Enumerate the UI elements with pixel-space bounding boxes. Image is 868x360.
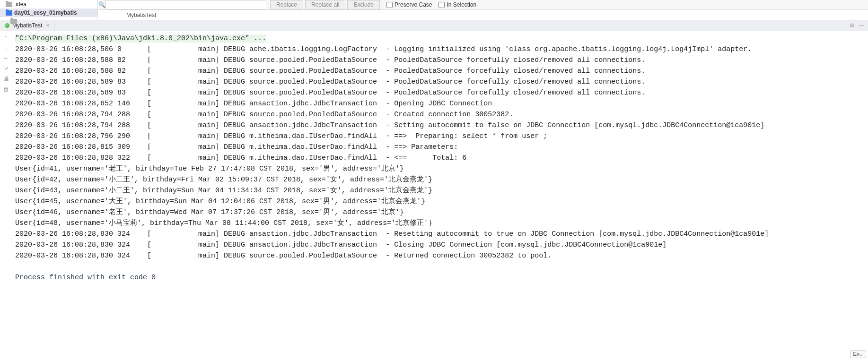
preserve-case-checkbox[interactable]: Preserve Case: [386, 1, 432, 8]
console-line: 2020-03-26 16:08:28,589 83 [ main] DEBUG…: [15, 78, 645, 86]
console-line: User{id=45, username='大王', birthday=Sun …: [15, 197, 425, 206]
breadcrumb[interactable]: MybatisTest: [98, 10, 868, 20]
console-exit-line: Process finished with exit code 0: [15, 274, 156, 282]
console-line: 2020-03-26 16:08:28,828 322 [ main] DEBU…: [15, 154, 466, 162]
console-line: 2020-03-26 16:08:28,794 288 [ main] DEBU…: [15, 121, 764, 129]
down-icon[interactable]: ↓: [2, 43, 10, 52]
console-line: 2020-03-26 16:08:28,830 324 [ main] DEBU…: [15, 230, 769, 238]
close-icon[interactable]: ×: [46, 22, 49, 29]
tree-item-idea[interactable]: .idea: [0, 0, 97, 9]
console-line: 2020-03-26 16:08:28,830 324 [ main] DEBU…: [15, 252, 552, 260]
console-line: User{id=41, username='老王', birthday=Tue …: [15, 165, 404, 173]
folder-icon: [6, 10, 12, 16]
console-line: User{id=43, username='小二王', birthday=Sun…: [15, 187, 432, 195]
gear-icon[interactable]: ⚙: [850, 22, 855, 29]
replace-button[interactable]: Replace: [270, 0, 303, 9]
tree-item-project[interactable]: day01_eesy_01mybatis: [0, 9, 97, 17]
console-line: User{id=48, username='小马宝莉', birthday=Th…: [15, 219, 432, 227]
search-input[interactable]: [105, 0, 266, 9]
clear-icon[interactable]: 🗑: [2, 85, 10, 94]
console-line: 2020-03-26 16:08:28,830 324 [ main] DEBU…: [15, 241, 666, 249]
run-status-icon: [5, 23, 9, 28]
exclude-button[interactable]: Exclude: [347, 0, 380, 9]
in-selection-label: In Selection: [447, 1, 476, 8]
console-command-line: "C:\Program Files (x86)\Java\jdk1.8.0_20…: [15, 34, 266, 43]
console-line: 2020-03-26 16:08:28,588 82 [ main] DEBUG…: [15, 67, 645, 75]
tree-label: .idea: [14, 1, 26, 8]
search-icon: 🔍: [98, 1, 105, 8]
print-icon[interactable]: 🖶: [2, 75, 10, 83]
console-line: 2020-03-26 16:08:28,588 82 [ main] DEBUG…: [15, 56, 645, 64]
console-line: 2020-03-26 16:08:28,796 290 [ main] DEBU…: [15, 132, 552, 140]
in-selection-checkbox[interactable]: In Selection: [438, 1, 476, 8]
minimize-icon[interactable]: —: [859, 22, 864, 29]
console-line: 2020-03-26 16:08:28,652 146 [ main] DEBU…: [15, 100, 492, 108]
replace-all-button[interactable]: Replace all: [305, 0, 345, 9]
folder-icon: [6, 2, 12, 7]
ime-badge[interactable]: En⌵: [850, 350, 866, 358]
breadcrumb-text: MybatisTest: [126, 12, 156, 18]
console-line: 2020-03-26 16:08:28,506 0 [ main] DEBUG …: [15, 45, 752, 53]
preserve-case-input[interactable]: [386, 2, 393, 8]
console-line: 2020-03-26 16:08:28,794 288 [ main] DEBU…: [15, 111, 513, 119]
console-line: 2020-03-26 16:08:28,815 309 [ main] DEBU…: [15, 143, 462, 151]
tree-label: day01_eesy_01mybatis: [14, 9, 77, 16]
console-line: 2020-03-26 16:08:28,589 83 [ main] DEBUG…: [15, 89, 645, 97]
scroll-to-end-icon[interactable]: ⤶: [2, 64, 10, 73]
project-tree[interactable]: .idea day01_eesy_01mybatis ▾ src: [0, 0, 98, 20]
up-icon[interactable]: ↑: [2, 33, 10, 42]
console-gutter: ↑ ↓ ↔ ⤶ 🖶 🗑: [0, 31, 12, 360]
find-replace-bar: 🔍 Replace Replace all Exclude Preserve C…: [98, 0, 868, 10]
console-output[interactable]: "C:\Program Files (x86)\Java\jdk1.8.0_20…: [12, 31, 868, 360]
run-tab-bar: MybatisTest × ⚙ —: [0, 20, 868, 31]
console-line: User{id=46, username='老王', birthday=Wed …: [15, 208, 404, 216]
soft-wrap-icon[interactable]: ↔: [2, 54, 10, 62]
console-line: User{id=42, username='小二王', birthday=Fri…: [15, 176, 432, 184]
in-selection-input[interactable]: [438, 2, 445, 8]
folder-icon: [10, 19, 17, 24]
preserve-case-label: Preserve Case: [395, 1, 432, 8]
tab-mybatistest[interactable]: MybatisTest ×: [0, 20, 54, 31]
